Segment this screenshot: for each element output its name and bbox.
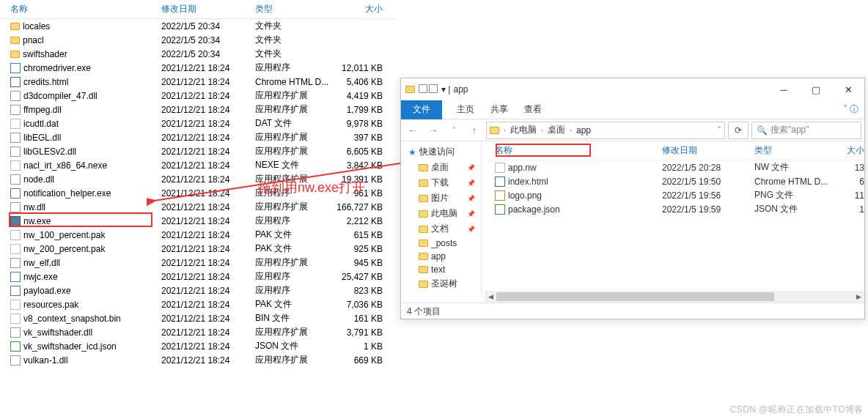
back-button[interactable]: ← [404, 122, 422, 139]
nav-item[interactable]: 圣诞树 [401, 276, 481, 292]
rcol-size[interactable]: 大小 [835, 144, 864, 157]
file-row[interactable]: nw_100_percent.pak2021/12/21 18:24PAK 文件… [0, 228, 396, 242]
ribbon-tabs: 文件 主页 共享 查看 ˅ ⓘ [401, 100, 864, 119]
nav-item[interactable]: text [401, 263, 481, 276]
nav-item[interactable]: ★快速访问 [401, 144, 481, 160]
scroll-right-icon[interactable]: ▶ [853, 291, 864, 303]
file-row[interactable]: credits.html2021/12/21 18:24Chrome HTML … [0, 75, 396, 89]
close-button[interactable]: ✕ [832, 78, 864, 100]
file-row[interactable]: libEGL.dll2021/12/21 18:24应用程序扩展397 KB [0, 130, 396, 144]
file-row[interactable]: nwjc.exe2021/12/21 18:24应用程序25,427 KB [0, 270, 396, 283]
tab-home[interactable]: 主页 [455, 100, 476, 119]
file-type: 应用程序扩展 [255, 201, 330, 213]
tab-view[interactable]: 查看 [523, 100, 543, 119]
file-row[interactable]: d3dcompiler_47.dll2021/12/21 18:24应用程序扩展… [0, 89, 396, 103]
scroll-left-icon[interactable]: ◀ [485, 291, 496, 303]
file-row[interactable]: ffmpeg.dll2021/12/21 18:24应用程序扩展1,799 KB [0, 103, 396, 116]
file-date: 2021/12/21 18:24 [161, 105, 255, 115]
file-row[interactable]: logo.png2022/1/5 19:56PNG 文件11 [482, 188, 864, 202]
file-row[interactable]: nw.dll2021/12/21 18:24应用程序扩展166,727 KB [0, 200, 396, 214]
file-row[interactable]: vk_swiftshader.dll2021/12/21 18:24应用程序扩展… [0, 325, 396, 339]
forward-button[interactable]: → [424, 122, 442, 139]
rcol-type[interactable]: 类型 [754, 144, 835, 157]
right-column-headers[interactable]: 名称 修改日期 类型 大小 [482, 141, 864, 160]
crumb-app[interactable]: app [576, 125, 591, 136]
file-date: 2022/1/5 19:56 [662, 190, 754, 201]
col-size[interactable]: 大小 [330, 3, 389, 15]
file-row[interactable]: pnacl2022/1/5 20:34文件夹 [0, 33, 396, 47]
h-scrollbar[interactable]: ◀ ▶ [485, 291, 864, 303]
tab-file[interactable]: 文件 [401, 100, 442, 119]
nav-pane[interactable]: ★快速访问桌面📌下载📌图片📌此电脑📌文档📌_postsapptext圣诞树 [401, 141, 482, 297]
file-size: 397 KB [330, 133, 389, 143]
minimize-button[interactable]: ─ [768, 78, 800, 100]
file-row[interactable]: vulkan-1.dll2021/12/21 18:24应用程序扩展669 KB [0, 353, 396, 367]
file-date: 2021/12/21 18:24 [161, 355, 255, 366]
search-box[interactable]: 🔍 搜索"app" [751, 122, 861, 139]
recent-button[interactable]: ˅ [445, 122, 463, 139]
qat-icons[interactable] [418, 84, 438, 95]
rcol-date[interactable]: 修改日期 [662, 144, 754, 157]
file-type: NEXE 文件 [255, 159, 330, 171]
pc-icon [419, 210, 428, 218]
crumb-pc[interactable]: 此电脑 [510, 124, 537, 136]
nav-label: _posts [431, 238, 457, 248]
addr-dropdown-icon[interactable]: ˅ [717, 125, 721, 136]
file-row[interactable]: libGLESv2.dll2021/12/21 18:24应用程序扩展6,605… [0, 144, 396, 158]
col-date[interactable]: 修改日期 [161, 3, 255, 15]
nw-icon [10, 216, 21, 226]
scroll-thumb[interactable] [496, 292, 774, 301]
file-name: vk_swiftshader_icd.json [23, 341, 117, 352]
left-column-headers[interactable]: 名称 修改日期 类型 大小 [0, 0, 396, 19]
file-row[interactable]: nw_elf.dll2021/12/21 18:24应用程序扩展945 KB [0, 256, 396, 270]
nav-label: 桌面 [431, 161, 449, 174]
refresh-button[interactable]: ⟳ [728, 122, 749, 139]
file-size: 823 KB [330, 286, 389, 296]
nav-item[interactable]: 下载📌 [401, 175, 481, 190]
titlebar[interactable]: ▾ | app ─ ▢ ✕ [401, 78, 864, 100]
nav-label: 下载 [431, 177, 449, 189]
file-name: logo.png [508, 190, 542, 201]
dll-icon [10, 258, 21, 268]
nav-item[interactable]: 图片📌 [401, 190, 481, 206]
file-row[interactable]: resources.pak2021/12/21 18:24PAK 文件7,036… [0, 297, 396, 311]
nav-label: 文档 [431, 223, 449, 235]
file-row[interactable]: nw_200_percent.pak2021/12/21 18:24PAK 文件… [0, 242, 396, 256]
file-size: 13 [835, 163, 864, 173]
up-button[interactable]: ↑ [466, 122, 483, 139]
address-bar[interactable]: › 此电脑 › 桌面 › app ˅ [486, 122, 725, 139]
file-row[interactable]: index.html2022/1/5 19:50Chrome HTML D...… [482, 174, 864, 188]
file-name: nw.exe [23, 216, 51, 226]
file-name: nw_100_percent.pak [23, 230, 105, 240]
file-row[interactable]: vk_swiftshader_icd.json2021/12/21 18:24J… [0, 339, 396, 353]
file-row[interactable]: chromedriver.exe2021/12/21 18:24应用程序12,0… [0, 61, 396, 75]
file-type: 文件夹 [255, 34, 330, 46]
crumb-desktop[interactable]: 桌面 [548, 124, 565, 136]
pin-icon: 📌 [467, 179, 475, 187]
file-row[interactable]: v8_context_snapshot.bin2021/12/21 18:24B… [0, 311, 396, 325]
file-row[interactable]: nw.exe2021/12/21 18:24应用程序2,212 KB [0, 214, 396, 228]
col-type[interactable]: 类型 [255, 3, 330, 15]
nav-item[interactable]: 文档📌 [401, 221, 481, 237]
rcol-name[interactable]: 名称 [495, 144, 662, 157]
file-type: DAT 文件 [255, 117, 330, 130]
file-row[interactable]: package.json2022/1/5 19:59JSON 文件1 [482, 202, 864, 216]
nav-label: 圣诞树 [431, 278, 457, 290]
nav-item[interactable]: _posts [401, 237, 481, 250]
col-name[interactable]: 名称 [10, 3, 161, 15]
file-row[interactable]: icudtl.dat2021/12/21 18:24DAT 文件9,978 KB [0, 116, 396, 130]
help-icon[interactable]: ˅ ⓘ [843, 103, 864, 116]
file-row[interactable]: nacl_irt_x86_64.nexe2021/12/21 18:24NEXE… [0, 158, 396, 172]
nav-item[interactable]: 桌面📌 [401, 160, 481, 175]
maximize-button[interactable]: ▢ [800, 78, 832, 100]
file-type: BIN 文件 [255, 312, 330, 325]
file-row[interactable]: locales2022/1/5 20:34文件夹 [0, 19, 396, 33]
dll-icon [10, 105, 21, 115]
file-row[interactable]: payload.exe2021/12/21 18:24应用程序823 KB [0, 283, 396, 297]
file-row[interactable]: app.nw2022/1/5 20:28NW 文件13 [482, 160, 864, 174]
nav-item[interactable]: 此电脑📌 [401, 206, 481, 221]
file-row[interactable]: swiftshader2022/1/5 20:34文件夹 [0, 47, 396, 61]
dll-icon [10, 133, 21, 143]
nav-item[interactable]: app [401, 250, 481, 263]
tab-share[interactable]: 共享 [489, 100, 510, 119]
